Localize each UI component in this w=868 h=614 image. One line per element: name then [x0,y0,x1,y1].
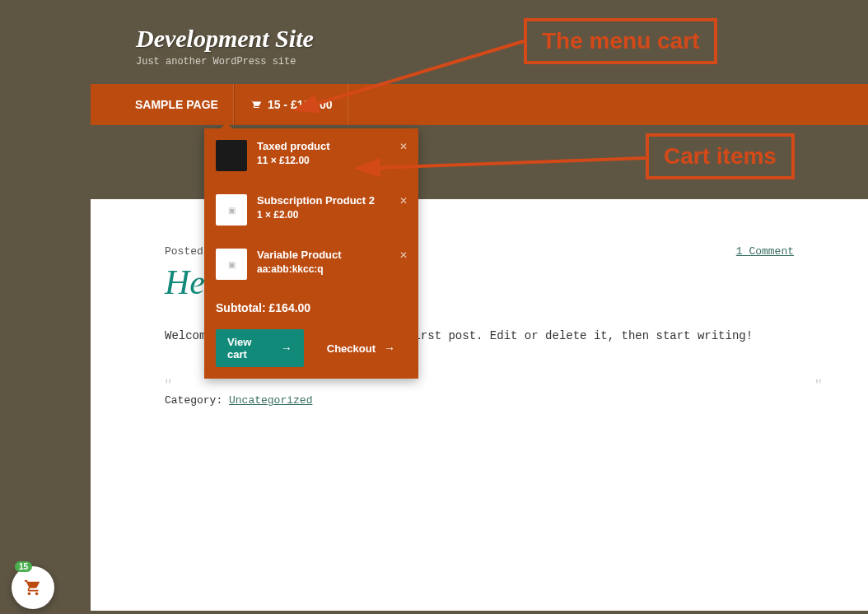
cart-item-name[interactable]: Subscription Product 2 [257,194,407,207]
post-category: Category: Uncategorized [165,394,794,407]
remove-item-icon[interactable]: ✕ [397,140,410,153]
quote-close-icon: " [815,376,822,395]
cart-item-name[interactable]: Taxed product [257,140,407,152]
site-header: Development Site Just another WordPress … [91,0,868,84]
zigzag-divider [91,589,868,599]
cart-item-thumb[interactable]: ▣ [216,249,247,280]
remove-item-icon[interactable]: ✕ [397,194,410,207]
floating-cart-badge: 15 [15,561,32,572]
cart-icon [24,579,42,597]
quote-open-icon: " [165,376,171,395]
annotation-cart-items: Cart items [646,133,795,179]
cart-item-qty: 1 × £2.00 [257,209,407,221]
cart-icon [250,99,261,110]
cart-item-qty: 11 × £12.00 [257,155,407,166]
mini-cart-scroll[interactable]: Taxed product 11 × £12.00 ✕ ▣ Subscripti… [204,128,418,291]
mini-cart-dropdown: Taxed product 11 × £12.00 ✕ ▣ Subscripti… [204,128,418,379]
cart-item: Taxed product 11 × £12.00 ✕ [204,128,418,183]
floating-cart-button[interactable]: 15 [12,566,54,609]
cart-item-thumb[interactable]: ▣ [216,194,247,226]
site-tagline: Just another WordPress site [136,56,823,67]
annotation-menu-cart: The menu cart [524,18,717,64]
cart-item: ▣ Subscription Product 2 1 × £2.00 ✕ [204,183,418,237]
arrow-right-icon: → [384,342,395,355]
nav-menu-cart[interactable]: 15 - £164.00 [234,84,348,125]
cart-count: 15 - £164.00 [268,98,333,111]
view-cart-button[interactable]: View cart→ [216,329,304,367]
category-link[interactable]: Uncategorized [229,394,312,407]
cart-item-thumb[interactable] [216,140,247,171]
site-title[interactable]: Development Site [136,25,823,53]
main-nav: SAMPLE PAGE 15 - £164.00 [91,84,868,125]
arrow-right-icon: → [281,342,292,355]
cart-item-name[interactable]: Variable Product [257,249,407,261]
dropdown-caret-icon [221,123,232,128]
comments-link[interactable]: 1 Comment [736,245,794,258]
nav-sample-page[interactable]: SAMPLE PAGE [120,84,234,125]
checkout-button[interactable]: Checkout→ [315,329,407,367]
cart-item: ▣ Variable Product aa:abb:kkcc:q ✕ [204,237,418,291]
cart-item-qty: aa:abb:kkcc:q [257,263,407,275]
remove-item-icon[interactable]: ✕ [397,249,410,262]
cart-subtotal: Subtotal: £164.00 [204,291,418,318]
